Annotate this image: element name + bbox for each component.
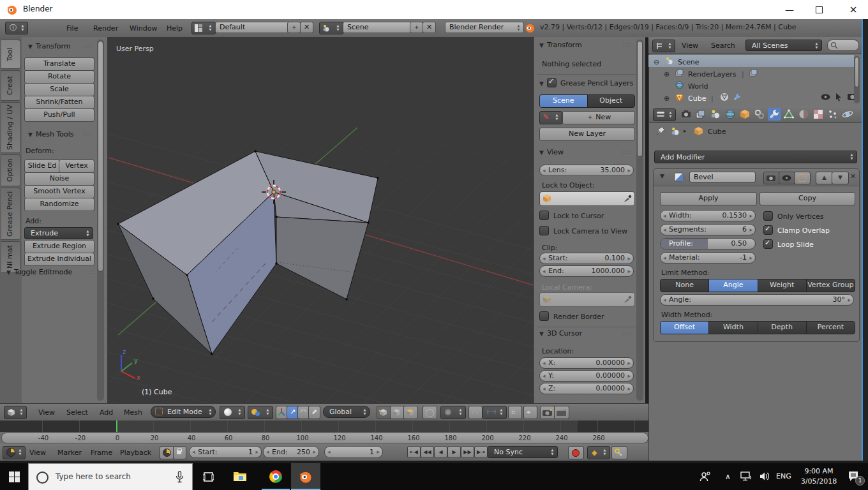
- slide-vertex-button[interactable]: Vertex: [59, 160, 94, 173]
- editor-type-selector-timeline[interactable]: ▲▼: [3, 446, 26, 459]
- toolshelf-tab-options[interactable]: Option: [1, 154, 21, 186]
- expand-icon[interactable]: ⊕: [664, 93, 670, 105]
- toolshelf-tab-tools[interactable]: Tool: [1, 40, 21, 69]
- limit-angle-option[interactable]: Angle: [709, 279, 758, 292]
- maximize-button[interactable]: [804, 0, 834, 19]
- translate-button[interactable]: Translate: [24, 57, 94, 71]
- lens-field[interactable]: ◂Lens:35.000▸: [539, 165, 634, 176]
- timeline-ruler[interactable]: -40-200204060801001201401601802002202402…: [1, 433, 648, 443]
- scene-name-field[interactable]: Scene: [343, 22, 418, 33]
- sync-dropdown[interactable]: No Sync▲▼: [488, 446, 558, 458]
- render-border-row[interactable]: Render Border: [539, 311, 604, 321]
- transport-button[interactable]: ◀: [434, 446, 447, 458]
- proportional-edit-dropdown[interactable]: ▲▼: [440, 406, 466, 419]
- tray-chevron-icon[interactable]: ∧: [725, 472, 731, 481]
- lock-camera-checkbox[interactable]: [539, 226, 549, 235]
- selectability-cursor-icon[interactable]: [835, 93, 842, 101]
- width-width-option[interactable]: Width: [709, 322, 758, 334]
- scene-selector-icon-button[interactable]: ▲▼: [319, 22, 343, 34]
- frame-end-field[interactable]: ◂End:250▸: [263, 446, 319, 458]
- editor-type-selector-3dview[interactable]: ▲▼: [4, 406, 27, 419]
- menu-select[interactable]: Select: [66, 407, 88, 419]
- slide-edge-button[interactable]: Slide Ed: [24, 160, 60, 173]
- menu-file[interactable]: File: [66, 23, 78, 34]
- collapse-arrow-icon[interactable]: ▼: [660, 173, 664, 179]
- lock-to-cursor-checkbox[interactable]: [539, 211, 549, 220]
- show-seconds-button[interactable]: [160, 446, 174, 459]
- transport-button[interactable]: ◀◀: [421, 446, 434, 458]
- panel-header-toggle-editmode[interactable]: ▼Toggle Editmode: [6, 268, 72, 276]
- only-vertices-row[interactable]: Only Vertices: [763, 211, 824, 221]
- scene-breadcrumb-icon[interactable]: [671, 127, 680, 136]
- properties-tab-render-layers[interactable]: [694, 108, 708, 121]
- new-layer-button[interactable]: New Layer: [539, 128, 635, 141]
- outliner-label-cube[interactable]: Cube: [688, 93, 706, 105]
- people-tray-icon[interactable]: [700, 471, 711, 482]
- eyedropper-icon[interactable]: [624, 194, 632, 202]
- pivot-center-dropdown[interactable]: ▲▼: [248, 406, 273, 419]
- frame-start-field[interactable]: ◂Start:1▸: [189, 446, 262, 458]
- modifier-render-toggle[interactable]: [763, 172, 780, 184]
- extrude-region-button[interactable]: Extrude Region: [24, 240, 94, 253]
- lock-camera-row[interactable]: Lock Camera to View: [539, 226, 627, 235]
- scale-button[interactable]: Scale: [24, 83, 94, 96]
- add-scene-button[interactable]: ＋: [410, 22, 423, 33]
- toolshelf-scrollbar[interactable]: [97, 40, 104, 401]
- current-frame-line[interactable]: [116, 420, 117, 432]
- render-engine-dropdown[interactable]: Blender Render▲▼: [445, 22, 524, 33]
- npanel-scrollbar[interactable]: [636, 40, 643, 401]
- lock-to-cursor-row[interactable]: Lock to Cursor: [539, 211, 604, 220]
- panel-header-transform[interactable]: ▼Transform: [28, 42, 71, 50]
- select-mode-edge-button[interactable]: [390, 406, 405, 419]
- modifier-name-field[interactable]: Bevel: [689, 172, 756, 182]
- viewport-shading-dropdown[interactable]: ▲▼: [220, 406, 245, 419]
- properties-tab-scene[interactable]: [709, 108, 722, 121]
- keying-set-dropdown[interactable]: ◆ ▲▼: [587, 446, 610, 459]
- bevel-angle-field[interactable]: ◂Angle:30°▸: [660, 294, 854, 306]
- bevel-segments-field[interactable]: ◂Segments:6▸: [660, 224, 756, 235]
- cursor-z-field[interactable]: ◂Z:0.00000▸: [539, 383, 634, 394]
- select-mode-face-button[interactable]: [403, 406, 418, 419]
- delete-layout-button[interactable]: ✕: [300, 22, 313, 33]
- gpencil-object-tab[interactable]: Object: [588, 95, 635, 107]
- outliner-scope-dropdown[interactable]: All Scenes▲▼: [745, 40, 822, 51]
- apply-button[interactable]: Apply: [660, 192, 757, 205]
- menu-help[interactable]: Help: [167, 23, 183, 34]
- panel-grip[interactable]: ::::: [622, 149, 632, 155]
- width-depth-option[interactable]: Depth: [758, 322, 807, 334]
- rotate-button[interactable]: Rotate: [24, 70, 94, 84]
- scrollbar-thumb[interactable]: [637, 41, 643, 157]
- snap-target-button[interactable]: ⌗: [508, 406, 522, 419]
- visibility-eye-icon[interactable]: [821, 93, 830, 101]
- local-camera-field[interactable]: [539, 292, 635, 307]
- panel-grip[interactable]: ::::: [83, 131, 93, 137]
- start-button-icon[interactable]: [9, 471, 20, 482]
- properties-tab-render[interactable]: [680, 108, 693, 121]
- screen-layout-field[interactable]: Default: [215, 22, 296, 33]
- limit-weight-option[interactable]: Weight: [758, 279, 807, 292]
- toolshelf-tab-create[interactable]: Creat: [1, 70, 21, 101]
- gpencil-source-segment[interactable]: Scene Object: [539, 94, 635, 108]
- scrollbar-thumb[interactable]: [855, 57, 859, 87]
- loop-slide-row[interactable]: Loop Slide: [763, 239, 814, 249]
- properties-tab-data[interactable]: [782, 108, 796, 121]
- panel-grip[interactable]: ::::: [83, 43, 93, 49]
- menu-frame[interactable]: Frame: [91, 447, 112, 459]
- clamp-overlap-checkbox[interactable]: [763, 225, 773, 235]
- editor-type-selector-outliner[interactable]: ▲▼: [652, 40, 675, 52]
- microphone-icon[interactable]: [176, 471, 184, 483]
- properties-tab-object[interactable]: [738, 108, 752, 121]
- extrude-dropdown[interactable]: Extrude▲▼: [24, 227, 93, 239]
- manipulator-scale-toggle[interactable]: ⬈: [308, 406, 320, 419]
- push-pull-button[interactable]: Push/Pull: [24, 108, 94, 122]
- properties-tab-constraints[interactable]: [753, 108, 767, 121]
- screen-layout-icon-button[interactable]: ▲▼: [191, 22, 216, 34]
- delete-scene-button[interactable]: ✕: [423, 22, 436, 33]
- gpencil-new-button[interactable]: ＋ New: [562, 111, 635, 124]
- add-layout-button[interactable]: ＋: [287, 22, 301, 33]
- panel-grip[interactable]: ::::: [87, 269, 96, 275]
- properties-tab-world[interactable]: [724, 108, 737, 121]
- blender-taskbar-button[interactable]: [291, 463, 320, 490]
- orientation-dropdown[interactable]: Global▲▼: [323, 406, 370, 418]
- panel-header-view[interactable]: ▼View: [539, 148, 564, 156]
